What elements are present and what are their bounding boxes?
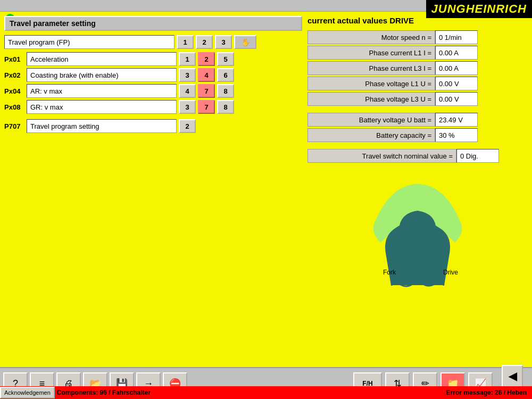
param-row-px04: Px04AR: v max478 <box>4 84 302 98</box>
battery-values: Battery voltage U batt =23.49 VBattery c… <box>307 113 528 142</box>
param-row-px08: Px08GR: v max378 <box>4 100 302 114</box>
param-row-px02: Px02Coasting brake (with enable)346 <box>4 68 302 82</box>
battery-value-row-0: Battery voltage U batt =23.49 V <box>307 113 528 127</box>
logo-text: JUNGHEINRICH <box>431 2 527 15</box>
bottom-toolbar: ?≡🖨📂💾→⛔ F/H⇅✏📁📈◀Return to previous menu … <box>0 367 532 399</box>
param-val-px08-0[interactable]: 3 <box>179 100 196 114</box>
param-val-px02-0[interactable]: 3 <box>179 68 196 82</box>
panel-title: Travel parameter setting <box>4 16 302 31</box>
p707-id: P707 <box>4 122 24 130</box>
param-val-px01-0[interactable]: 1 <box>179 52 196 66</box>
param-label-px01: Acceleration <box>27 52 177 66</box>
param-val-px02-2[interactable]: 6 <box>217 68 234 82</box>
p707-row: P707 Travel program setting 2 <box>4 119 302 133</box>
param-rows-container: Px01Acceleration125Px02Coasting brake (w… <box>4 52 302 114</box>
param-val-px01-1[interactable]: 2 <box>198 52 215 66</box>
travel-program-btn-2[interactable]: 2 <box>196 35 213 49</box>
fork-label: Fork <box>383 269 396 276</box>
diagram-area: Fork Drive <box>307 173 528 290</box>
drive-value-display-0: 0 1/min <box>435 30 478 44</box>
battery-value-row-1: Battery capacity =30 % <box>307 128 528 142</box>
param-val-px08-2[interactable]: 8 <box>217 100 234 114</box>
svg-text:✋: ✋ <box>241 38 251 47</box>
drive-value-label-2: Phase current L3 I = <box>307 61 435 75</box>
top-bar: JUNGHEINRICH — □ ✕ <box>0 0 532 12</box>
param-val-px02-1[interactable]: 4 <box>198 68 215 82</box>
travel-switch-values: Travel switch nominal value =0 Dig. <box>307 149 528 163</box>
drive-value-row-2: Phase current L3 I =0.00 A <box>307 61 528 75</box>
param-id-px04: Px04 <box>4 87 24 95</box>
param-val-px01-2[interactable]: 5 <box>217 52 234 66</box>
left-panel: Travel parameter setting Travel program … <box>4 16 302 363</box>
param-label-px08: GR: v max <box>27 100 177 114</box>
param-id-px01: Px01 <box>4 55 24 63</box>
battery-value-label-1: Battery capacity = <box>307 128 435 142</box>
p707-val: 2 <box>179 119 196 133</box>
drive-value-label-4: Phase voltage L3 U = <box>307 92 435 106</box>
travel-switch-display-0: 0 Dig. <box>456 149 499 163</box>
main-content: Travel parameter setting Travel program … <box>0 12 532 367</box>
drive-value-label-1: Phase current L1 I = <box>307 46 435 60</box>
travel-program-btn-3[interactable]: 3 <box>215 35 232 49</box>
drive-value-row-0: Motor speed n =0 1/min <box>307 30 528 44</box>
battery-value-label-0: Battery voltage U batt = <box>307 113 435 127</box>
travel-program-row: Travel program (FP) 1 2 3 ✋ <box>4 35 302 49</box>
param-label-px04: AR: v max <box>27 84 177 98</box>
param-val-px04-2[interactable]: 8 <box>217 84 234 98</box>
drive-values: Motor speed n =0 1/minPhase current L1 I… <box>307 30 528 106</box>
battery-value-display-1: 30 % <box>435 128 478 142</box>
drive-value-label-0: Motor speed n = <box>307 30 435 44</box>
drive-value-row-1: Phase current L1 I =0.00 A <box>307 46 528 60</box>
param-val-px04-0[interactable]: 4 <box>179 84 196 98</box>
battery-value-display-0: 23.49 V <box>435 113 478 127</box>
param-row-px01: Px01Acceleration125 <box>4 52 302 66</box>
travel-program-label: Travel program (FP) <box>4 35 174 49</box>
status-right-text: Error message: 26 / Heben <box>292 389 532 396</box>
drive-value-display-1: 0.00 A <box>435 46 478 60</box>
drive-label: Drive <box>443 269 458 276</box>
param-val-px08-1[interactable]: 7 <box>198 100 215 114</box>
travel-switch-label-0: Travel switch nominal value = <box>307 149 456 163</box>
p707-label: Travel program setting <box>27 119 177 133</box>
param-val-px04-1[interactable]: 7 <box>198 84 215 98</box>
drive-value-display-2: 0.00 A <box>435 61 478 75</box>
truck-diagram-svg: Fork Drive <box>348 179 487 290</box>
param-label-px02: Coasting brake (with enable) <box>27 68 177 82</box>
acknowledge-button[interactable]: Acknowledgemen <box>0 387 55 398</box>
return-previous-button[interactable]: ◀ <box>502 365 523 387</box>
logo-area: JUNGHEINRICH <box>426 0 532 18</box>
status-left-text: Components: 96 / Fahrschalter <box>55 389 292 396</box>
travel-program-btn-1[interactable]: 1 <box>177 35 194 49</box>
status-bar: Acknowledgemen Components: 96 / Fahrscha… <box>0 386 532 399</box>
drive-value-display-3: 0.00 V <box>435 77 478 90</box>
drive-value-display-4: 0.00 V <box>435 92 478 106</box>
travel-switch-row-0: Travel switch nominal value =0 Dig. <box>307 149 528 163</box>
hand-icon-btn[interactable]: ✋ <box>234 35 256 49</box>
drive-value-row-3: Phase voltage L1 U =0.00 V <box>307 77 528 90</box>
right-panel: current actual values DRIVE Motor speed … <box>307 16 528 363</box>
drive-value-label-3: Phase voltage L1 U = <box>307 77 435 90</box>
param-id-px08: Px08 <box>4 103 24 111</box>
drive-value-row-4: Phase voltage L3 U =0.00 V <box>307 92 528 106</box>
param-id-px02: Px02 <box>4 71 24 79</box>
